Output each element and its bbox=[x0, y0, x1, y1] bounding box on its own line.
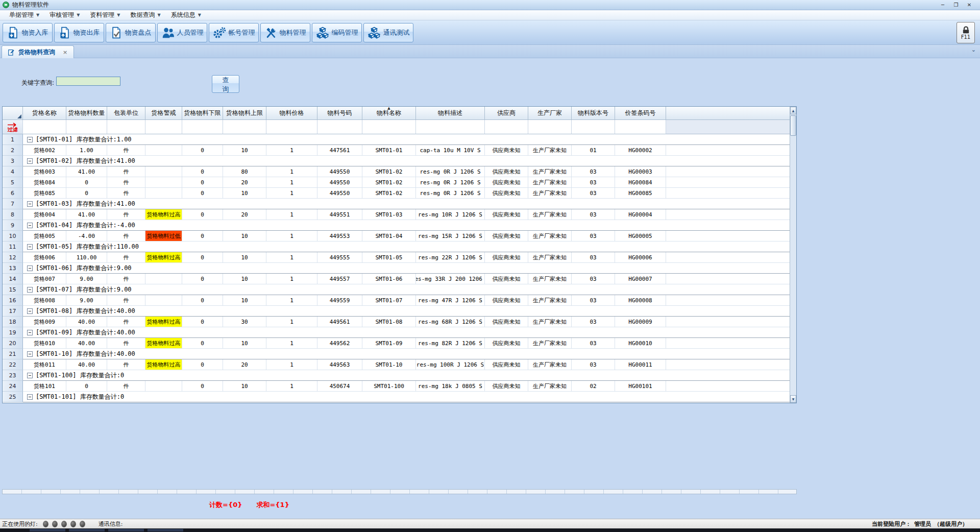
minimize-button[interactable]: ─ bbox=[936, 1, 949, 9]
grid-cell[interactable]: 生产厂家未知 bbox=[528, 252, 572, 263]
horizontal-scrollbar[interactable] bbox=[2, 489, 797, 494]
grid-cell[interactable]: 1 bbox=[266, 231, 317, 241]
grid-cell[interactable]: 1.00 bbox=[66, 145, 107, 156]
status-light-icon[interactable] bbox=[52, 521, 58, 527]
grid-cell[interactable]: 件 bbox=[107, 338, 145, 349]
grid-cell[interactable]: 0 bbox=[66, 188, 107, 199]
row-number-cell[interactable]: 4 bbox=[3, 166, 23, 177]
menu-item-system[interactable]: 系统信息▼ bbox=[166, 10, 206, 20]
row-number-cell[interactable]: 2 bbox=[3, 145, 23, 156]
filter-cell-0[interactable] bbox=[23, 120, 66, 134]
grid-cell[interactable]: 供应商未知 bbox=[485, 338, 528, 349]
grid-cell[interactable]: SMT01-05 bbox=[362, 252, 416, 263]
menu-item-data[interactable]: 资料管理▼ bbox=[85, 10, 125, 20]
grid-cell[interactable]: 03 bbox=[572, 188, 615, 199]
grid-cell[interactable] bbox=[145, 166, 182, 177]
column-header-10[interactable]: 供应商 bbox=[485, 107, 528, 120]
grid-cell[interactable]: 0 bbox=[182, 188, 223, 199]
grid-cell[interactable]: 0 bbox=[182, 295, 223, 306]
grid-cell[interactable]: 40.00 bbox=[66, 317, 107, 327]
grid-cell[interactable]: SMT01-04 bbox=[362, 231, 416, 241]
filter-cell-8[interactable] bbox=[362, 120, 416, 134]
row-number-cell[interactable]: 21 bbox=[3, 349, 23, 359]
column-header-13[interactable]: 价签条码号 bbox=[615, 107, 666, 120]
status-light-icon[interactable] bbox=[43, 521, 48, 527]
grid-cell[interactable]: 449559 bbox=[317, 295, 362, 306]
grid-cell[interactable]: HG00005 bbox=[615, 231, 666, 241]
grid-cell[interactable]: 货格物料过高 bbox=[145, 338, 182, 349]
filter-cell-1[interactable] bbox=[66, 120, 107, 134]
grid-cell[interactable]: 货格010 bbox=[23, 338, 66, 349]
grid-cell[interactable]: SMT01-06 bbox=[362, 274, 416, 284]
grid-cell[interactable] bbox=[145, 274, 182, 284]
group-row-cell[interactable]: [SMT01-10] 库存数量合计:40.00 bbox=[23, 349, 796, 359]
grid-cell[interactable]: 0 bbox=[182, 381, 223, 392]
grid-cell[interactable]: 03 bbox=[572, 177, 615, 188]
material-in-button[interactable]: 物资入库 bbox=[3, 23, 53, 42]
grid-cell[interactable]: HG00101 bbox=[615, 381, 666, 392]
grid-cell[interactable]: 生产厂家未知 bbox=[528, 381, 572, 392]
group-row-cell[interactable]: [SMT01-05] 库存数量合计:110.00 bbox=[23, 241, 796, 252]
row-number-cell[interactable]: 3 bbox=[3, 156, 23, 166]
collapse-icon[interactable] bbox=[27, 287, 33, 293]
grid-cell[interactable]: 0 bbox=[182, 317, 223, 327]
filter-cell-4[interactable] bbox=[182, 120, 223, 134]
grid-cell[interactable]: 449555 bbox=[317, 252, 362, 263]
grid-cell[interactable]: 10 bbox=[223, 381, 266, 392]
grid-cell[interactable]: 449561 bbox=[317, 317, 362, 327]
grid-cell[interactable]: 40.00 bbox=[66, 359, 107, 370]
grid-cell[interactable]: 449562 bbox=[317, 338, 362, 349]
grid-cell[interactable]: HG00009 bbox=[615, 317, 666, 327]
grid-cell[interactable]: SMT01-07 bbox=[362, 295, 416, 306]
grid-cell[interactable]: 货格物料过高 bbox=[145, 209, 182, 220]
collapse-icon[interactable] bbox=[27, 394, 33, 400]
grid-cell[interactable]: 0 bbox=[182, 252, 223, 263]
grid-cell[interactable]: res-mg 10R J 1206 S bbox=[416, 209, 485, 220]
row-number-cell[interactable]: 15 bbox=[3, 284, 23, 295]
keyword-input[interactable] bbox=[56, 77, 120, 86]
status-light-icon[interactable] bbox=[80, 521, 85, 527]
row-number-cell[interactable]: 8 bbox=[3, 209, 23, 220]
scroll-up-icon[interactable]: ▲ bbox=[790, 107, 796, 114]
grid-cell[interactable]: 生产厂家未知 bbox=[528, 231, 572, 241]
menu-item-query[interactable]: 数据查询▼ bbox=[125, 10, 165, 20]
grid-cell[interactable]: 件 bbox=[107, 381, 145, 392]
grid-cell[interactable]: 03 bbox=[572, 209, 615, 220]
grid-cell[interactable]: SMT01-10 bbox=[362, 359, 416, 370]
grid-cell[interactable]: 0 bbox=[182, 177, 223, 188]
grid-cell[interactable]: 0 bbox=[182, 145, 223, 156]
grid-cell[interactable]: HG00085 bbox=[615, 188, 666, 199]
grid-cell[interactable]: 1 bbox=[266, 359, 317, 370]
code-manage-button[interactable]: 编码管理 bbox=[312, 23, 362, 42]
group-row-cell[interactable]: [SMT01-07] 库存数量合计:9.00 bbox=[23, 284, 796, 295]
column-header-6[interactable]: 物料价格 bbox=[266, 107, 317, 120]
grid-cell[interactable]: 件 bbox=[107, 145, 145, 156]
grid-cell[interactable]: 件 bbox=[107, 317, 145, 327]
grid-cell[interactable]: HG00004 bbox=[615, 209, 666, 220]
grid-cell[interactable]: 生产厂家未知 bbox=[528, 188, 572, 199]
group-row-cell[interactable]: [SMT01-03] 库存数量合计:41.00 bbox=[23, 199, 796, 209]
grid-cell[interactable] bbox=[145, 295, 182, 306]
grid-cell[interactable]: HG00084 bbox=[615, 177, 666, 188]
grid-corner-selector[interactable] bbox=[3, 107, 23, 120]
column-header-3[interactable]: 货格警戒 bbox=[145, 107, 182, 120]
row-number-cell[interactable]: 20 bbox=[3, 338, 23, 349]
grid-cell[interactable]: HG00002 bbox=[615, 145, 666, 156]
grid-cell[interactable]: 供应商未知 bbox=[485, 252, 528, 263]
material-manage-button[interactable]: 物料管理 bbox=[260, 23, 310, 42]
column-header-8[interactable]: 物料名称▲ bbox=[362, 107, 416, 120]
filter-cell-13[interactable] bbox=[615, 120, 666, 134]
grid-cell[interactable]: res-mg 15R J 1206 S bbox=[416, 231, 485, 241]
collapse-icon[interactable] bbox=[27, 373, 33, 378]
collapse-icon[interactable] bbox=[27, 308, 33, 314]
grid-cell[interactable]: 0 bbox=[66, 177, 107, 188]
column-header-2[interactable]: 包装单位 bbox=[107, 107, 145, 120]
collapse-icon[interactable] bbox=[27, 330, 33, 335]
grid-cell[interactable]: 02 bbox=[572, 381, 615, 392]
grid-cell[interactable]: SMT01-02 bbox=[362, 188, 416, 199]
filter-cell-10[interactable] bbox=[485, 120, 528, 134]
grid-cell[interactable]: 货格085 bbox=[23, 188, 66, 199]
collapse-icon[interactable] bbox=[27, 351, 33, 357]
scrollbar-thumb[interactable] bbox=[790, 115, 796, 136]
grid-cell[interactable]: 1 bbox=[266, 274, 317, 284]
